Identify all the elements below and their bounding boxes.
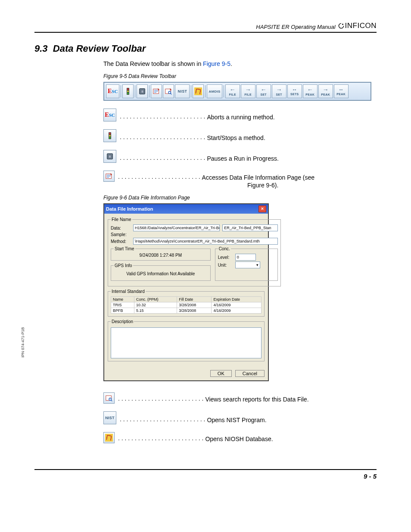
- search-icon-ref: [103, 392, 115, 404]
- amdis-button[interactable]: AMDIS: [207, 84, 222, 98]
- figure-9-5-caption: Figure 9-5 Data Review Toolbar: [103, 73, 377, 79]
- col-name: Name: [111, 297, 134, 302]
- pause-icon: II: [139, 88, 145, 94]
- figure-9-6-caption: Figure 9-6 Data File Information Page: [103, 195, 377, 201]
- data-review-toolbar: ESC II: [103, 82, 371, 101]
- internal-standard-group: Internal Standard Name Conc. (PPM) Fill …: [108, 289, 265, 317]
- table-row: BPFB 5.15 3/28/2008 4/16/2009: [111, 308, 262, 314]
- niosh-button[interactable]: [193, 84, 204, 98]
- file-info-icon: [153, 87, 160, 95]
- sets-button[interactable]: ↔SETS: [287, 84, 302, 98]
- info-description-cont: Figure 9-6).: [247, 182, 377, 189]
- start-time-group: Start Time 9/24/2008 1:27:48 PM: [111, 246, 211, 261]
- filename-group: File Name Data: H1568:/Data/Analyze/Conc…: [108, 217, 281, 286]
- dialog-titlebar: Data File Information ×: [104, 204, 268, 214]
- nist-description: Opens NIST Program.: [207, 417, 266, 423]
- search-reports-button[interactable]: [163, 84, 174, 98]
- page-number: 9 - 5: [34, 473, 377, 480]
- peak-back-button[interactable]: ←PEAK: [303, 84, 318, 98]
- close-icon[interactable]: ×: [258, 205, 266, 212]
- set-back-button[interactable]: ←SET: [256, 84, 271, 98]
- svg-line-8: [111, 400, 112, 401]
- leader-dots: . . . . . . . . . . . . . . . . . . . . …: [120, 134, 205, 140]
- pause-icon-ref: II: [103, 150, 116, 163]
- description-group: Description: [108, 319, 265, 361]
- nist-icon-ref: NIST: [103, 411, 116, 424]
- ipn-side-text: IPN 074-471-P1B: [21, 327, 25, 358]
- start-stop-icon-ref: [103, 129, 116, 142]
- peak-fwd-button[interactable]: →PEAK: [318, 84, 333, 98]
- traffic-light-icon: [109, 132, 111, 139]
- start-description: Start/Stops a method.: [207, 134, 265, 141]
- unit-label: Unit:: [218, 263, 233, 268]
- niosh-icon: [194, 87, 202, 95]
- method-field[interactable]: \Haps\Method\Analyze\ConcentratorER_Air_…: [133, 238, 278, 245]
- gps-info-group: GPS Info Valid GPS Information Not Avail…: [111, 263, 211, 281]
- info-description: Accesses Data File Information Page (see: [202, 174, 314, 181]
- brand-logo: INFICON: [338, 22, 377, 30]
- leader-dots: . . . . . . . . . . . . . . . . . . . . …: [120, 154, 205, 161]
- data-label: Data:: [111, 226, 131, 230]
- figure-9-6-link[interactable]: Figure 9-6: [247, 182, 275, 189]
- logo-swirl-icon: [338, 23, 344, 29]
- search-report-icon: [105, 394, 113, 402]
- intro-paragraph: The Data Review toolbar is shown in Figu…: [103, 60, 377, 67]
- niosh-icon-ref: [103, 432, 115, 443]
- svg-point-0: [342, 24, 343, 25]
- page-header: HAPSITE ER Operating Manual INFICON: [34, 22, 377, 33]
- traffic-light-icon: [127, 88, 129, 95]
- esc-icon-ref: ESC: [103, 109, 116, 121]
- leader-dots: . . . . . . . . . . . . . . . . . . . . …: [120, 416, 205, 423]
- internal-standard-table: Name Conc. (PPM) Fill Date Expiration Da…: [111, 296, 262, 314]
- leader-dots: . . . . . . . . . . . . . . . . . . . . …: [118, 173, 200, 180]
- level-field[interactable]: 0: [235, 254, 256, 261]
- col-conc: Conc. (PPM): [134, 297, 177, 302]
- pause-description: Pauses a Run in Progress.: [207, 155, 279, 162]
- set-fwd-button[interactable]: →SET: [272, 84, 286, 98]
- gps-info-text: Valid GPS Information Not Available: [114, 270, 208, 278]
- level-label: Level:: [218, 255, 233, 260]
- esc-button[interactable]: ESC: [106, 84, 119, 98]
- leader-dots: . . . . . . . . . . . . . . . . . . . . …: [118, 435, 203, 442]
- leader-dots: . . . . . . . . . . . . . . . . . . . . …: [120, 113, 205, 120]
- pause-icon: II: [107, 153, 113, 159]
- table-row: TRIS 10.32 3/28/2008 4/16/2009: [111, 302, 262, 308]
- data-file-info-dialog: Data File Information × File Name Data: …: [103, 203, 269, 381]
- start-stop-button[interactable]: [122, 84, 134, 98]
- search-description: Views search reports for this Data File.: [205, 396, 308, 403]
- dialog-title-text: Data File Information: [106, 206, 153, 212]
- data-field-left[interactable]: H1568:/Data/Analyze/Concentrator/ER_Air_…: [133, 224, 220, 231]
- section-heading: 9.3 Data Review Toolbar: [34, 43, 377, 54]
- cancel-button[interactable]: Cancel: [235, 370, 265, 377]
- footer-rule: [34, 469, 377, 470]
- file-fwd-button[interactable]: →FILE: [241, 84, 255, 98]
- data-file-info-button[interactable]: [151, 84, 162, 98]
- svg-line-4: [171, 93, 172, 95]
- niosh-description: Opens NIOSH Database.: [205, 436, 273, 442]
- pause-button[interactable]: II: [137, 84, 148, 98]
- col-fill: Fill Date: [177, 297, 212, 302]
- col-exp: Expiration Date: [212, 297, 262, 302]
- ok-button[interactable]: OK: [210, 370, 232, 377]
- sample-label: Sample:: [111, 232, 131, 237]
- file-back-button[interactable]: ←FILE: [225, 84, 240, 98]
- figure-9-5-link[interactable]: Figure 9-5: [203, 60, 230, 67]
- unit-select[interactable]: ▾: [235, 261, 260, 268]
- info-icon-ref: [103, 171, 115, 182]
- nist-button[interactable]: NIST: [175, 84, 190, 98]
- method-label: Method:: [111, 239, 131, 244]
- conc-group: Conc. Level: 0 Unit: ▾: [215, 246, 278, 281]
- leader-dots: . . . . . . . . . . . . . . . . . . . . …: [118, 395, 203, 402]
- esc-description: Aborts a running method.: [207, 114, 274, 121]
- manual-title: HAPSITE ER Operating Manual: [256, 24, 335, 30]
- search-report-icon: [165, 87, 172, 95]
- niosh-icon: [105, 434, 113, 442]
- file-info-icon: [105, 172, 113, 180]
- peak-both-button[interactable]: ↔PEAK: [334, 84, 349, 98]
- chevron-down-icon: ▾: [256, 262, 258, 268]
- brand-name: INFICON: [345, 22, 377, 30]
- description-textarea[interactable]: [111, 327, 262, 358]
- data-field-right[interactable]: ER_Air_Tri-Bed_PPB_Stan: [222, 224, 278, 231]
- start-time-value: 9/24/2008 1:27:48 PM: [114, 253, 208, 258]
